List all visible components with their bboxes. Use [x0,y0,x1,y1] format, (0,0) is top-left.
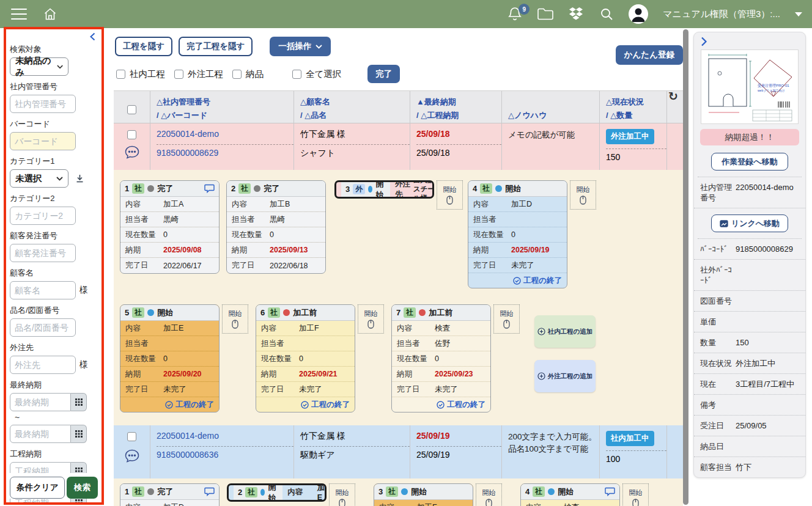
process-card-7[interactable]: 7社加工前 内容検査 担当者佐野 現在数量0 納期2025/09/23 完了日未… [391,304,491,413]
quantity-value: 100 [606,454,620,464]
orders-table: △社内管理番号/ △バーコード △顧客名/ △品名 ▲最終納期/ △工程納期 △… [114,90,683,506]
checkbox-external-process[interactable]: 外注工程 [174,68,223,80]
process-card-3-selected[interactable]: 3外開始 外注先西大阪スチール様 内容加工C 現在数量0 納期2025/09/1… [334,180,434,199]
account-menu-label[interactable]: マニュアル権限（管理3）:... [663,9,780,20]
account-caret-down-icon[interactable] [795,12,802,16]
status-dot [260,489,265,496]
end-process-link[interactable]: 工程の終了 [256,397,355,412]
card-comment-icon[interactable] [605,487,615,496]
add-internal-process-button[interactable]: 社内工程の追加 [534,315,596,348]
bulk-action-button[interactable]: 一括操作 [270,37,331,56]
process-card-2[interactable]: 2社完了 内容加工B 担当者黒崎 現在数量0 納期2025/09/13 完了日2… [226,180,326,274]
start-process-button[interactable]: 開始 [358,304,384,334]
checkbox-select-all[interactable]: 全て選択 [292,68,341,80]
add-external-process-button[interactable]: 外注工程の追加 [534,360,596,392]
order-row-2[interactable]: 22050014-demo 9185000008636 竹下金属 様 駆動ギア … [114,425,683,479]
final-due-from-input[interactable] [10,393,71,411]
calendar-icon[interactable] [71,425,87,443]
status-badge[interactable]: 外注加工中 [606,129,654,144]
card-comment-icon[interactable] [204,184,215,193]
process-card-2-selected[interactable]: 2社開始 内容加工E [227,483,327,502]
process-card-1[interactable]: 1社完了 内容加工D [120,483,220,506]
column-header-status-qty[interactable]: △現在状況/ △数量 [600,91,667,123]
select-all-rows-checkbox[interactable] [127,105,136,114]
barcode-link[interactable]: 9185000008636 [157,450,218,460]
internal-id-input[interactable] [10,95,76,113]
filter-sidebar: 検索対象 未納品のみ 社内管理番号 バーコード カテゴリー1 未選択 [6,29,102,502]
circle-check-icon [513,277,521,285]
start-process-button[interactable]: 開始 [222,304,248,334]
subcontractor-input[interactable] [10,356,76,374]
checkbox-internal-process[interactable]: 社内工程 [116,68,165,80]
barcode-link[interactable]: 9185000008629 [157,148,218,158]
hamburger-menu-icon[interactable] [11,9,27,20]
end-process-link[interactable]: 工程の終了 [468,273,567,288]
category2-input[interactable] [10,207,76,225]
process-card-6[interactable]: 6社加工前 内容加工F 担当者 現在数量0 納期2025/09/21 完了日未完… [256,304,355,413]
order-id-link[interactable]: 22050014-demo [157,431,293,444]
comment-bubble-icon[interactable] [124,145,140,160]
search-icon[interactable] [599,7,614,21]
end-process-link[interactable]: 工程の終了 [392,397,490,412]
column-header-knowhow[interactable]: △ノウハウ [502,91,600,123]
dropbox-icon[interactable] [569,7,585,21]
go-to-link-button[interactable]: リンクへ移動 [711,215,788,232]
vertical-scrollbar[interactable] [683,29,688,505]
sidebar-collapse-icon[interactable] [88,32,98,42]
done-button[interactable]: 完了 [367,65,400,83]
row-checkbox[interactable] [127,432,136,441]
go-to-work-register-button[interactable]: 作業登録へ移動 [711,153,788,170]
comment-bubble-icon[interactable] [124,449,140,463]
detail-row-customer-contact: 顧客担当竹下 [694,457,805,478]
start-process-button[interactable]: 開始 [437,180,463,210]
process-type-badge: 社 [268,307,280,318]
start-process-button[interactable]: 開始 [493,304,520,334]
notifications-bell-icon[interactable]: 9 [508,6,522,22]
home-icon[interactable] [43,7,57,21]
drawing-thumbnail[interactable]: 受発注管理PRO-01 webプラス加工向け [701,50,799,124]
card-comment-icon[interactable] [204,487,215,496]
end-process-link[interactable]: 工程の終了 [120,397,219,412]
column-header-id-barcode[interactable]: △社内管理番号/ △バーコード [150,91,294,123]
search-button[interactable]: 検索 [67,477,98,499]
start-process-button[interactable]: 開始 [329,483,355,506]
process-card-5[interactable]: 5社開始 内容加工E 担当者 現在数量0 納期2025/09/20 完了日未完了… [120,304,220,413]
process-card-3[interactable]: 3社開始 内容加工F [374,483,473,506]
refresh-icon[interactable]: ↻ [668,90,678,103]
customer-name-input[interactable] [10,281,76,299]
detail-row-drawing-no: 図面番号 [694,291,805,312]
barcode-input[interactable] [10,132,76,150]
row-checkbox[interactable] [127,130,136,139]
panel-expand-icon[interactable] [699,36,709,47]
status-badge[interactable]: 社内加工中 [606,431,654,446]
easy-register-button[interactable]: かんたん登録 [616,45,683,65]
start-process-button[interactable]: 開始 [622,483,649,506]
column-header-due-dates[interactable]: ▲最終納期/ △工程納期 [410,91,502,123]
checkbox-delivery[interactable]: 納品 [232,68,264,80]
user-avatar[interactable] [629,4,648,24]
status-dot [419,309,426,316]
process-card-4[interactable]: 4社開始 内容検査 [520,483,620,506]
process-card-4[interactable]: 4社開始 内容加工D 担当者 現在数量0 納期2025/09/19 完了日未完了… [468,180,567,288]
clear-conditions-button[interactable]: 条件クリア [10,477,65,499]
category1-select[interactable]: 未選択 [10,169,68,188]
start-process-button[interactable]: 開始 [570,180,596,210]
date-range-separator: ~ [15,413,98,422]
final-due-to-input[interactable] [10,425,71,443]
order-id-link[interactable]: 22050014-demo [157,129,293,142]
expand-category-down-icon[interactable] [76,174,84,183]
calendar-icon[interactable] [71,393,87,411]
order-row-1[interactable]: 22050014-demo 9185000008629 竹下金属 様 シャフト … [114,123,683,170]
product-name-input[interactable] [10,318,76,337]
search-target-select[interactable]: 未納品のみ [10,57,68,76]
detail-row-order-date: 受注日25/09/05 [694,416,805,436]
start-process-button[interactable]: 開始 [476,483,502,506]
detail-panel: 受発注管理PRO-01 webプラス加工向け 納期超過！！ 作業登録へ移動 社内… [693,32,806,478]
folder-icon[interactable] [537,7,554,21]
hide-process-button[interactable]: 工程を隠す [115,37,172,56]
process-card-1[interactable]: 1社完了 内容加工A 担当者黒崎 現在数量0 納期2025/09/08 完了日2… [120,180,220,274]
hide-done-process-button[interactable]: 完了工程を隠す [179,37,253,56]
customer-order-no-input[interactable] [10,244,76,262]
column-header-customer-product[interactable]: △顧客名/ △品名 [294,91,410,123]
filter-label-product-name: 品名/図面番号 [10,305,98,316]
